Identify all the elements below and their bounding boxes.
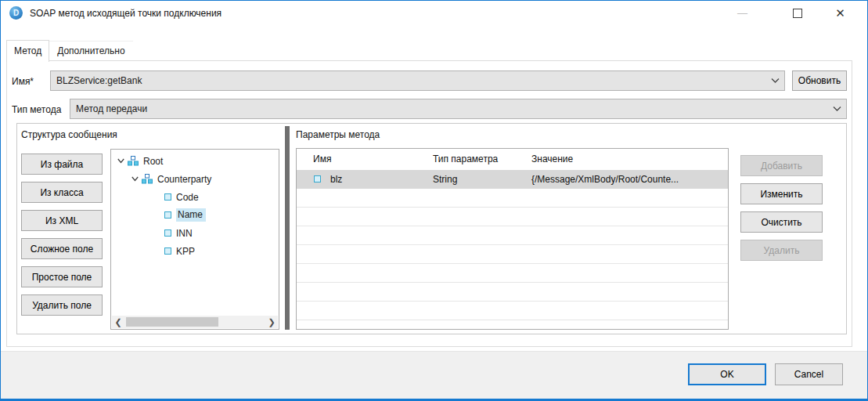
- dialog-window: D SOAP метод исходящей точки подключения…: [0, 0, 868, 401]
- column-header-name[interactable]: Имя: [313, 154, 331, 164]
- complex-field-button[interactable]: Сложное поле: [21, 238, 103, 259]
- table-row[interactable]: blz String {/Message/XmlBody/Root/Counte…: [297, 170, 728, 189]
- tree-node-name[interactable]: Name: [164, 207, 206, 223]
- leaf-node-icon: [164, 247, 171, 255]
- delete-field-button[interactable]: Удалить поле: [21, 294, 103, 316]
- name-label: Имя*: [12, 76, 34, 87]
- cancel-button[interactable]: Cancel: [775, 363, 843, 385]
- param-leaf-icon: [314, 175, 321, 182]
- minimize-button: —: [725, 1, 760, 25]
- expander-icon[interactable]: [117, 158, 124, 164]
- delete-param-button: Удалить: [740, 240, 823, 261]
- leaf-node-icon: [164, 229, 171, 237]
- tree-horizontal-scrollbar[interactable]: ❮ ❯: [112, 316, 278, 328]
- tree-node-root[interactable]: Root: [117, 153, 163, 169]
- table-header: Имя Тип параметра Значение: [297, 149, 728, 171]
- tree-node-label: Root: [143, 156, 163, 167]
- from-class-button[interactable]: Из класса: [21, 182, 103, 203]
- tree-node-label: Code: [176, 192, 199, 203]
- column-header-type[interactable]: Тип параметра: [433, 154, 498, 164]
- from-xml-button[interactable]: Из XML: [21, 210, 103, 231]
- name-combobox-value: BLZService:getBank: [56, 75, 142, 86]
- leaf-node-icon: [164, 193, 171, 200]
- leaf-node-icon: [164, 211, 171, 219]
- tree-node-code[interactable]: Code: [164, 189, 199, 205]
- maximize-button[interactable]: [780, 1, 815, 25]
- method-type-value: Метод передачи: [76, 103, 147, 114]
- refresh-button[interactable]: Обновить: [792, 70, 847, 91]
- method-type-combobox[interactable]: Метод передачи: [70, 99, 847, 119]
- method-type-label: Тип метода: [12, 104, 61, 115]
- column-header-value[interactable]: Значение: [531, 154, 573, 164]
- app-icon: D: [9, 6, 23, 20]
- param-type: String: [433, 174, 457, 185]
- scroll-left-icon[interactable]: ❮: [112, 316, 124, 328]
- clear-params-button[interactable]: Очистить: [740, 211, 823, 233]
- window-title: SOAP метод исходящей точки подключения: [30, 8, 222, 19]
- close-button[interactable]: ✕: [823, 1, 858, 25]
- name-combobox[interactable]: BLZService:getBank: [50, 70, 785, 91]
- params-panel-title: Параметры метода: [296, 129, 380, 140]
- complex-node-icon: [142, 174, 153, 184]
- from-file-button[interactable]: Из файла: [21, 154, 103, 175]
- title-bar: D SOAP метод исходящей точки подключения…: [1, 1, 867, 25]
- simple-field-button[interactable]: Простое поле: [21, 266, 103, 287]
- add-param-button: Добавить: [740, 155, 823, 176]
- tree-node-label: Name: [176, 208, 206, 222]
- panel-splitter[interactable]: [285, 126, 290, 330]
- tree-node-label: INN: [176, 228, 193, 239]
- complex-node-icon: [128, 156, 139, 166]
- tree-node-inn[interactable]: INN: [164, 225, 193, 241]
- chevron-down-icon: [771, 78, 780, 84]
- tab-method[interactable]: Метод: [6, 40, 49, 62]
- tree-node-label: KPP: [176, 246, 195, 257]
- tree-node-label: Counterparty: [157, 174, 211, 185]
- tab-additional[interactable]: Дополнительно: [49, 41, 132, 61]
- chevron-down-icon: [833, 106, 841, 112]
- param-name: blz: [330, 174, 342, 185]
- maximize-icon: [793, 9, 802, 18]
- ok-button[interactable]: OK: [688, 363, 766, 385]
- tree-node-counterparty[interactable]: Counterparty: [131, 171, 211, 187]
- structure-panel-title: Структура сообщения: [21, 129, 117, 140]
- method-params-table: Имя Тип параметра Значение blz String {/…: [296, 148, 729, 330]
- message-structure-tree: Root Counterparty Code Name: [110, 149, 279, 330]
- scroll-right-icon[interactable]: ❯: [265, 316, 278, 328]
- tree-node-kpp[interactable]: KPP: [164, 243, 195, 259]
- scrollbar-thumb[interactable]: [126, 317, 218, 327]
- param-value: {/Message/XmlBody/Root/Counte...: [531, 174, 679, 185]
- expander-icon[interactable]: [131, 176, 139, 182]
- edit-param-button[interactable]: Изменить: [740, 183, 823, 204]
- tab-strip: Метод Дополнительно: [6, 39, 133, 61]
- table-empty-rows: [297, 189, 728, 329]
